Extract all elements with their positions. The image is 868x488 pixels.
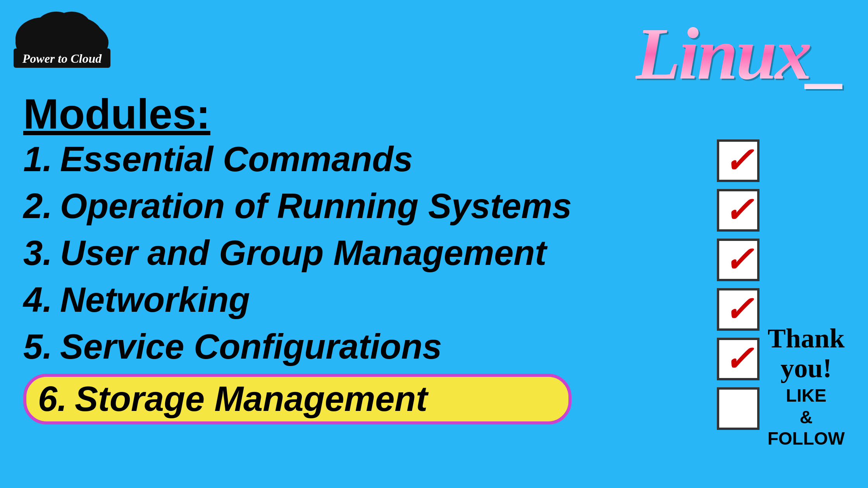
list-label: Networking [60,280,250,320]
thank-you-text: Thankyou! [768,323,845,383]
list-number: 4. [23,280,52,320]
list-number: 2. [23,186,52,226]
list-item: 4. Networking [23,280,572,320]
svg-text:Power to Cloud: Power to Cloud [22,52,102,65]
list-item: 2. Operation of Running Systems [23,186,572,226]
like-follow-text: LIKE&FOLLOW [768,385,845,449]
list-item-highlighted: 6. Storage Management [23,374,572,424]
checkbox-1[interactable] [717,139,760,182]
linux-title: Linux_ [636,12,845,96]
module-list: 1. Essential Commands 2. Operation of Ru… [23,139,572,431]
checkbox-6[interactable] [717,387,760,430]
checkbox-4[interactable] [717,288,760,331]
checkbox-5[interactable] [717,338,760,380]
list-label: Storage Management [75,379,427,419]
list-label: Essential Commands [60,139,413,179]
list-label: Service Configurations [60,327,442,367]
checkbox-2[interactable] [717,189,760,232]
list-number: 3. [23,233,52,273]
list-number: 5. [23,327,52,367]
list-item: 5. Service Configurations [23,327,572,367]
list-label: Operation of Running Systems [60,186,572,226]
list-number: 1. [23,139,52,179]
thank-you-section: Thankyou! LIKE&FOLLOW [768,323,845,449]
checkbox-3[interactable] [717,239,760,281]
modules-heading: Modules: [23,89,210,138]
logo-container: Power to Cloud [12,8,97,58]
list-number: 6. [38,379,67,419]
svg-point-4 [52,12,91,43]
list-item: 3. User and Group Management [23,233,572,273]
checkbox-list [717,139,760,430]
list-item: 1. Essential Commands [23,139,572,179]
list-label: User and Group Management [60,233,546,273]
cloud-icon: Power to Cloud [12,8,97,58]
